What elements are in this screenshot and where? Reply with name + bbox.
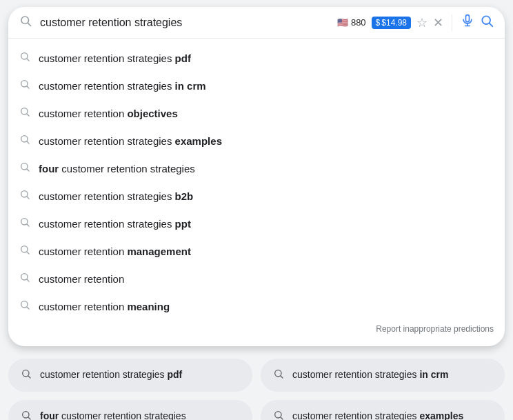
suggestion-item[interactable]: customer retention strategies ppt: [8, 210, 505, 237]
search-actions: 🇺🇸 880 $ $14.98 ☆ ✕: [337, 14, 494, 31]
flag-badge: 🇺🇸 880: [337, 17, 366, 28]
star-icon[interactable]: ☆: [416, 15, 428, 30]
search-input-row: customer retention strategies 🇺🇸 880 $ $…: [8, 7, 505, 39]
suggestion-text: customer retention strategies in crm: [39, 80, 206, 92]
svg-line-20: [27, 224, 29, 226]
card-item[interactable]: four customer retention strategies: [8, 400, 252, 420]
svg-line-8: [27, 59, 29, 61]
suggestion-text: customer retention meaning: [39, 301, 170, 312]
svg-line-22: [27, 252, 29, 254]
suggestion-item[interactable]: customer retention: [8, 265, 505, 292]
suggestion-search-icon: [19, 106, 30, 120]
search-bar-container: customer retention strategies 🇺🇸 880 $ $…: [8, 7, 505, 346]
svg-line-18: [27, 197, 29, 199]
suggestion-item[interactable]: customer retention strategies examples: [8, 127, 505, 154]
divider: [452, 14, 452, 31]
suggestion-text: customer retention strategies examples: [39, 135, 222, 147]
suggestion-item[interactable]: customer retention strategies in crm: [8, 72, 505, 99]
search-icon-left: [19, 14, 32, 30]
suggestion-item[interactable]: customer retention strategies b2b: [8, 182, 505, 210]
suggestion-search-icon: [19, 272, 30, 286]
suggestion-item[interactable]: customer retention strategies pdf: [8, 44, 505, 72]
suggestion-text: customer retention strategies b2b: [39, 190, 193, 202]
svg-line-24: [27, 279, 29, 281]
suggestion-text: customer retention management: [39, 246, 191, 257]
suggestion-item[interactable]: four customer retention strategies: [8, 154, 505, 182]
mic-icon[interactable]: [461, 14, 474, 31]
svg-line-26: [27, 307, 29, 309]
svg-line-16: [27, 169, 29, 171]
card-item[interactable]: customer retention strategies pdf: [8, 359, 252, 392]
svg-line-1: [28, 23, 30, 26]
svg-line-12: [27, 114, 29, 116]
report-link[interactable]: Report inappropriate predictions: [8, 320, 505, 341]
svg-line-32: [28, 417, 30, 419]
suggestion-search-icon: [19, 244, 30, 258]
suggestion-search-icon: [19, 299, 30, 313]
card-text: customer retention strategies pdf: [40, 368, 182, 382]
suggestion-text: customer retention strategies ppt: [39, 218, 191, 230]
card-search-icon: [21, 368, 32, 382]
card-text: four customer retention strategies: [40, 410, 186, 420]
close-icon[interactable]: ✕: [433, 15, 443, 30]
suggestion-item[interactable]: customer retention management: [8, 237, 505, 265]
cards-section: customer retention strategies pdf custom…: [8, 359, 505, 420]
card-text: customer retention strategies examples: [292, 410, 463, 420]
card-item[interactable]: customer retention strategies examples: [261, 400, 505, 420]
svg-line-10: [27, 86, 29, 88]
suggestion-search-icon: [19, 134, 30, 148]
card-search-icon: [273, 410, 284, 420]
svg-line-30: [281, 376, 283, 378]
suggestion-search-icon: [19, 217, 30, 230]
suggestion-text: customer retention strategies pdf: [39, 52, 191, 64]
svg-rect-2: [466, 15, 470, 22]
suggestion-search-icon: [19, 51, 30, 65]
suggestion-search-icon: [19, 79, 30, 92]
suggestion-text: customer retention objectives: [39, 108, 178, 119]
card-search-icon: [21, 410, 32, 420]
suggestions-list: customer retention strategies pdf custom…: [8, 39, 505, 346]
suggestion-search-icon: [19, 189, 30, 203]
search-button[interactable]: [480, 14, 494, 31]
svg-line-6: [490, 23, 493, 27]
search-input[interactable]: customer retention strategies: [40, 17, 337, 29]
suggestion-item[interactable]: customer retention objectives: [8, 99, 505, 127]
suggestion-item[interactable]: customer retention meaning: [8, 292, 505, 320]
svg-line-34: [281, 417, 283, 419]
suggestion-text: four customer retention strategies: [39, 163, 195, 174]
svg-line-28: [28, 376, 30, 378]
card-text: customer retention strategies in crm: [292, 368, 448, 382]
cost-badge: $ $14.98: [372, 17, 411, 29]
card-item[interactable]: customer retention strategies in crm: [261, 359, 505, 392]
svg-line-14: [27, 141, 29, 143]
card-search-icon: [273, 368, 284, 382]
suggestion-search-icon: [19, 161, 30, 175]
suggestion-text: customer retention: [39, 273, 124, 285]
